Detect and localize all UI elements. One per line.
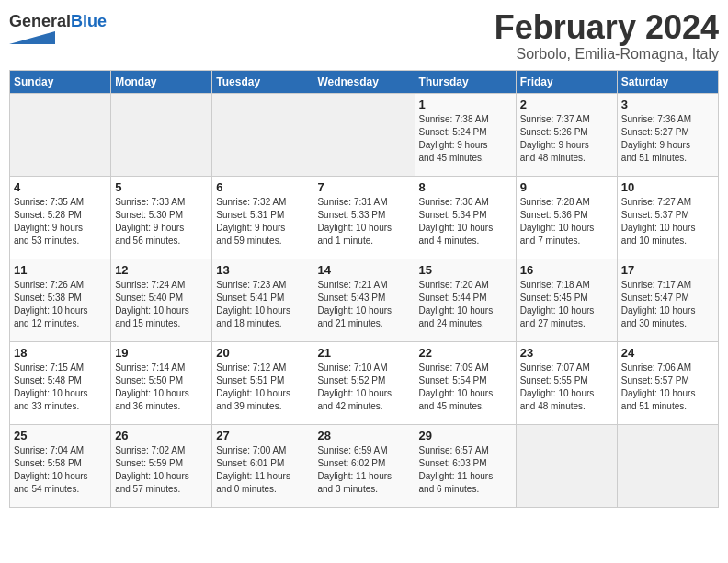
calendar-cell: 27Sunrise: 7:00 AM Sunset: 6:01 PM Dayli… (212, 424, 313, 507)
day-info: Sunrise: 7:35 AM Sunset: 5:28 PM Dayligh… (14, 196, 107, 247)
day-number: 17 (621, 263, 714, 277)
day-number: 24 (621, 346, 714, 360)
day-number: 11 (14, 263, 107, 277)
day-info: Sunrise: 7:28 AM Sunset: 5:36 PM Dayligh… (520, 196, 613, 247)
calendar-week-2: 4Sunrise: 7:35 AM Sunset: 5:28 PM Daylig… (10, 176, 719, 259)
calendar-cell: 6Sunrise: 7:32 AM Sunset: 5:31 PM Daylig… (212, 176, 313, 259)
calendar-cell: 12Sunrise: 7:24 AM Sunset: 5:40 PM Dayli… (111, 259, 212, 341)
day-number: 18 (14, 346, 107, 360)
calendar-cell: 15Sunrise: 7:20 AM Sunset: 5:44 PM Dayli… (415, 259, 516, 341)
calendar-cell: 14Sunrise: 7:21 AM Sunset: 5:43 PM Dayli… (313, 259, 415, 341)
calendar-cell: 25Sunrise: 7:04 AM Sunset: 5:58 PM Dayli… (10, 424, 111, 507)
title-block: February 2024 Sorbolo, Emilia-Romagna, I… (495, 9, 719, 63)
calendar-cell: 4Sunrise: 7:35 AM Sunset: 5:28 PM Daylig… (10, 176, 111, 259)
day-number: 15 (419, 263, 512, 277)
weekday-header-wednesday: Wednesday (313, 70, 415, 93)
day-number: 10 (621, 180, 714, 194)
weekday-header-sunday: Sunday (10, 70, 111, 93)
day-info: Sunrise: 7:02 AM Sunset: 5:59 PM Dayligh… (115, 444, 208, 496)
weekday-header-saturday: Saturday (617, 70, 718, 93)
calendar-cell (313, 93, 415, 176)
day-info: Sunrise: 7:18 AM Sunset: 5:45 PM Dayligh… (520, 279, 613, 330)
calendar-cell: 11Sunrise: 7:26 AM Sunset: 5:38 PM Dayli… (10, 259, 111, 341)
calendar-cell: 23Sunrise: 7:07 AM Sunset: 5:55 PM Dayli… (516, 341, 617, 424)
day-number: 26 (115, 429, 208, 442)
calendar-cell (10, 93, 111, 176)
calendar-cell: 22Sunrise: 7:09 AM Sunset: 5:54 PM Dayli… (415, 341, 516, 424)
day-info: Sunrise: 7:17 AM Sunset: 5:47 PM Dayligh… (621, 279, 714, 330)
day-number: 8 (419, 180, 512, 194)
logo: GeneralBlue (9, 13, 107, 48)
page-header: GeneralBlue February 2024 Sorbolo, Emili… (9, 9, 719, 63)
weekday-header-tuesday: Tuesday (212, 70, 313, 93)
calendar-cell: 7Sunrise: 7:31 AM Sunset: 5:33 PM Daylig… (313, 176, 415, 259)
day-number: 25 (14, 429, 107, 442)
calendar-cell: 29Sunrise: 6:57 AM Sunset: 6:03 PM Dayli… (415, 424, 516, 507)
calendar-week-5: 25Sunrise: 7:04 AM Sunset: 5:58 PM Dayli… (10, 424, 719, 507)
day-info: Sunrise: 7:33 AM Sunset: 5:30 PM Dayligh… (115, 196, 208, 247)
day-info: Sunrise: 7:31 AM Sunset: 5:33 PM Dayligh… (317, 196, 410, 247)
day-number: 5 (115, 180, 208, 194)
calendar-cell: 24Sunrise: 7:06 AM Sunset: 5:57 PM Dayli… (617, 341, 718, 424)
day-info: Sunrise: 7:15 AM Sunset: 5:48 PM Dayligh… (14, 362, 107, 413)
day-info: Sunrise: 7:23 AM Sunset: 5:41 PM Dayligh… (216, 279, 309, 330)
logo-icon (9, 31, 55, 44)
weekday-header-thursday: Thursday (415, 70, 516, 93)
calendar-cell: 2Sunrise: 7:37 AM Sunset: 5:26 PM Daylig… (516, 93, 617, 176)
day-info: Sunrise: 7:30 AM Sunset: 5:34 PM Dayligh… (419, 196, 512, 247)
day-info: Sunrise: 6:57 AM Sunset: 6:03 PM Dayligh… (419, 444, 512, 496)
calendar-cell: 8Sunrise: 7:30 AM Sunset: 5:34 PM Daylig… (415, 176, 516, 259)
day-number: 4 (14, 180, 107, 194)
day-number: 9 (520, 180, 613, 194)
day-info: Sunrise: 7:24 AM Sunset: 5:40 PM Dayligh… (115, 279, 208, 330)
day-number: 1 (419, 98, 512, 111)
calendar-cell: 10Sunrise: 7:27 AM Sunset: 5:37 PM Dayli… (617, 176, 718, 259)
weekday-header-friday: Friday (516, 70, 617, 93)
day-info: Sunrise: 7:27 AM Sunset: 5:37 PM Dayligh… (621, 196, 714, 247)
day-number: 21 (317, 346, 410, 360)
day-info: Sunrise: 7:37 AM Sunset: 5:26 PM Dayligh… (520, 113, 613, 165)
day-info: Sunrise: 7:32 AM Sunset: 5:31 PM Dayligh… (216, 196, 309, 247)
day-number: 28 (317, 429, 410, 442)
month-title: February 2024 (495, 9, 719, 46)
calendar-cell: 20Sunrise: 7:12 AM Sunset: 5:51 PM Dayli… (212, 341, 313, 424)
day-info: Sunrise: 7:20 AM Sunset: 5:44 PM Dayligh… (419, 279, 512, 330)
day-info: Sunrise: 7:36 AM Sunset: 5:27 PM Dayligh… (621, 113, 714, 165)
day-number: 13 (216, 263, 309, 277)
day-info: Sunrise: 7:09 AM Sunset: 5:54 PM Dayligh… (419, 362, 512, 413)
calendar-cell: 18Sunrise: 7:15 AM Sunset: 5:48 PM Dayli… (10, 341, 111, 424)
day-number: 29 (419, 429, 512, 442)
day-number: 23 (520, 346, 613, 360)
day-number: 20 (216, 346, 309, 360)
weekday-header-monday: Monday (111, 70, 212, 93)
day-number: 14 (317, 263, 410, 277)
day-number: 7 (317, 180, 410, 194)
calendar-cell: 19Sunrise: 7:14 AM Sunset: 5:50 PM Dayli… (111, 341, 212, 424)
logo-general-text: General (9, 12, 71, 30)
day-number: 6 (216, 180, 309, 194)
calendar-cell (212, 93, 313, 176)
weekday-header-row: SundayMondayTuesdayWednesdayThursdayFrid… (10, 70, 719, 93)
calendar-header: SundayMondayTuesdayWednesdayThursdayFrid… (10, 70, 719, 93)
calendar-cell: 13Sunrise: 7:23 AM Sunset: 5:41 PM Dayli… (212, 259, 313, 341)
calendar-table: SundayMondayTuesdayWednesdayThursdayFrid… (9, 70, 719, 508)
day-info: Sunrise: 7:38 AM Sunset: 5:24 PM Dayligh… (419, 113, 512, 165)
calendar-cell: 26Sunrise: 7:02 AM Sunset: 5:59 PM Dayli… (111, 424, 212, 507)
calendar-cell: 17Sunrise: 7:17 AM Sunset: 5:47 PM Dayli… (617, 259, 718, 341)
calendar-cell (111, 93, 212, 176)
day-number: 22 (419, 346, 512, 360)
day-info: Sunrise: 7:21 AM Sunset: 5:43 PM Dayligh… (317, 279, 410, 330)
location: Sorbolo, Emilia-Romagna, Italy (495, 46, 719, 63)
day-info: Sunrise: 6:59 AM Sunset: 6:02 PM Dayligh… (317, 444, 410, 496)
calendar-cell: 28Sunrise: 6:59 AM Sunset: 6:02 PM Dayli… (313, 424, 415, 507)
day-number: 16 (520, 263, 613, 277)
logo-blue-text: Blue (71, 12, 107, 30)
day-info: Sunrise: 7:07 AM Sunset: 5:55 PM Dayligh… (520, 362, 613, 413)
day-info: Sunrise: 7:06 AM Sunset: 5:57 PM Dayligh… (621, 362, 714, 413)
calendar-cell: 16Sunrise: 7:18 AM Sunset: 5:45 PM Dayli… (516, 259, 617, 341)
calendar-cell: 3Sunrise: 7:36 AM Sunset: 5:27 PM Daylig… (617, 93, 718, 176)
day-info: Sunrise: 7:10 AM Sunset: 5:52 PM Dayligh… (317, 362, 410, 413)
day-number: 2 (520, 98, 613, 111)
calendar-cell: 21Sunrise: 7:10 AM Sunset: 5:52 PM Dayli… (313, 341, 415, 424)
day-info: Sunrise: 7:14 AM Sunset: 5:50 PM Dayligh… (115, 362, 208, 413)
